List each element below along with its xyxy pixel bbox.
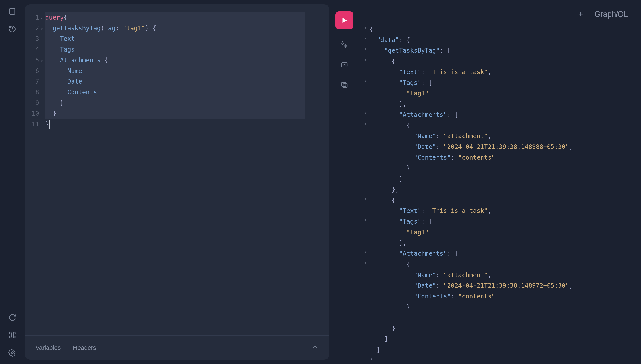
refresh-icon[interactable] <box>8 313 17 322</box>
app-root: 1▾2▾345▾67891011 query{ getTasksByTag(ta… <box>0 0 641 364</box>
execute-button[interactable] <box>335 12 353 30</box>
shortcuts-icon[interactable] <box>8 330 17 340</box>
response-panel: GraphiQL ▾▾▾▾▾▾▾▾▾▾▾ { "data": { "getTas… <box>359 4 636 360</box>
chevron-up-icon[interactable] <box>312 344 319 352</box>
editor-toolbar <box>333 4 355 360</box>
prettify-icon[interactable] <box>340 40 349 50</box>
editor-bottom-bar: Variables Headers <box>25 336 329 360</box>
query-editor[interactable]: 1▾2▾345▾67891011 query{ getTasksByTag(ta… <box>25 4 329 336</box>
graphiql-logo: GraphiQL <box>594 10 628 19</box>
add-tab-icon[interactable] <box>577 11 584 18</box>
response-code: { "data": { "getTasksByTag": [ { "Text":… <box>369 24 573 355</box>
response-body[interactable]: ▾▾▾▾▾▾▾▾▾▾▾ { "data": { "getTasksByTag":… <box>359 24 636 360</box>
history-icon[interactable] <box>8 24 17 34</box>
docs-icon[interactable] <box>8 6 17 16</box>
settings-icon[interactable] <box>8 348 17 358</box>
svg-rect-4 <box>342 82 346 86</box>
svg-rect-3 <box>343 84 347 88</box>
svg-rect-0 <box>10 8 15 14</box>
response-gutter: ▾▾▾▾▾▾▾▾▾▾▾ <box>362 24 369 355</box>
query-code[interactable]: query{ getTasksByTag(tag: "tag1") { Text… <box>45 12 323 130</box>
svg-point-1 <box>12 352 14 354</box>
variables-tab[interactable]: Variables <box>36 344 61 351</box>
query-panel: 1▾2▾345▾67891011 query{ getTasksByTag(ta… <box>25 4 329 360</box>
main: 1▾2▾345▾67891011 query{ getTasksByTag(ta… <box>25 0 641 364</box>
query-gutter: 1▾2▾345▾67891011 <box>31 12 45 331</box>
headers-tab[interactable]: Headers <box>73 344 96 351</box>
response-header: GraphiQL <box>359 4 636 24</box>
merge-icon[interactable] <box>340 60 349 70</box>
sidebar <box>0 0 25 364</box>
copy-icon[interactable] <box>340 80 349 90</box>
